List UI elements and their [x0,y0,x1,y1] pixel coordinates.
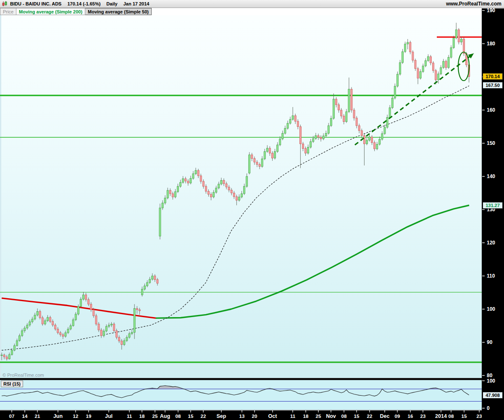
candle-down[interactable] [187,181,189,183]
candle-down[interactable] [374,142,375,149]
candle-down[interactable] [6,357,8,359]
candle-down[interactable] [236,197,237,200]
candle-down[interactable] [335,99,337,105]
candle-up[interactable] [34,315,36,319]
candle-down[interactable] [417,68,419,78]
candle-down[interactable] [60,333,61,335]
candle-down[interactable] [100,330,102,336]
candle-up[interactable] [325,133,327,136]
candle-up[interactable] [220,180,222,184]
candle-up[interactable] [215,188,217,192]
candle-up[interactable] [147,283,148,286]
candle-down[interactable] [39,312,41,318]
candle-down[interactable] [410,42,411,52]
candle-up[interactable] [174,192,176,197]
candle-down[interactable] [55,325,56,329]
candle-up[interactable] [11,350,13,354]
candle-up[interactable] [381,134,383,139]
candle-up[interactable] [292,116,294,119]
candle-up[interactable] [180,182,181,186]
candle-down[interactable] [353,110,355,118]
candle-up[interactable] [70,326,71,329]
candle-down[interactable] [93,310,94,316]
candle-up[interactable] [213,192,215,197]
candle-up[interactable] [453,38,454,48]
candle-up[interactable] [24,328,26,331]
candle-up[interactable] [65,333,66,336]
tab-price[interactable]: Price [0,8,16,15]
candle-down[interactable] [318,136,319,137]
candle-up[interactable] [103,331,105,336]
candle-down[interactable] [157,280,158,284]
candle-down[interactable] [98,324,100,330]
candle-down[interactable] [210,194,212,197]
candle-down[interactable] [205,186,207,192]
candle-down[interactable] [251,155,253,159]
candle-up[interactable] [279,139,281,145]
candle-up[interactable] [312,139,314,142]
candle-up[interactable] [72,320,74,326]
candle-up[interactable] [134,308,135,332]
candle-down[interactable] [57,329,59,333]
candle-up[interactable] [8,354,10,359]
candle-up[interactable] [389,108,391,117]
candle-up[interactable] [67,329,69,333]
candle-up[interactable] [266,148,268,152]
candle-down[interactable] [118,337,120,341]
candle-down[interactable] [85,295,87,299]
candle-up[interactable] [47,318,48,321]
candle-up[interactable] [420,71,421,78]
rsi-indicator-label[interactable]: RSI (15) [1,381,23,387]
candle-up[interactable] [149,279,151,283]
candle-down[interactable] [433,63,434,71]
candle-down[interactable] [62,335,64,336]
candle-down[interactable] [228,187,230,190]
candle-up[interactable] [348,89,350,112]
candle-up[interactable] [396,74,398,86]
candle-up[interactable] [391,98,393,108]
candle-up[interactable] [448,57,449,67]
candle-up[interactable] [284,128,286,133]
candle-up[interactable] [152,276,153,279]
candle-up[interactable] [105,326,107,331]
candle-up[interactable] [376,144,378,149]
candle-down[interactable] [95,316,97,324]
candle-up[interactable] [438,74,439,80]
candle-down[interactable] [52,321,54,325]
candle-down[interactable] [259,165,260,167]
candle-down[interactable] [172,194,173,197]
candle-up[interactable] [126,337,128,341]
candle-down[interactable] [412,52,414,60]
candle-up[interactable] [110,324,112,325]
candle-up[interactable] [407,42,409,44]
candle-up[interactable] [190,178,192,183]
candle-down[interactable] [294,116,296,121]
candle-down[interactable] [341,110,342,116]
candle-up[interactable] [443,61,444,68]
candle-down[interactable] [88,299,89,304]
candle-up[interactable] [83,295,84,299]
candle-up[interactable] [26,325,28,328]
candle-up[interactable] [366,140,368,144]
candle-up[interactable] [422,66,424,71]
candle-down[interactable] [435,71,437,80]
candle-down[interactable] [200,176,202,181]
candle-down[interactable] [185,179,186,181]
candle-up[interactable] [29,322,31,325]
candle-down[interactable] [356,118,357,126]
candle-up[interactable] [162,203,163,208]
candle-down[interactable] [90,304,92,310]
candle-up[interactable] [218,184,220,188]
candle-down[interactable] [338,105,340,110]
candle-down[interactable] [320,137,322,139]
candle-down[interactable] [154,276,156,280]
candle-up[interactable] [246,176,248,186]
candle-down[interactable] [297,121,299,127]
candle-up[interactable] [261,159,263,166]
candle-up[interactable] [77,307,79,314]
candle-up[interactable] [315,136,317,139]
candle-down[interactable] [226,184,227,187]
candle-down[interactable] [256,162,258,165]
candle-down[interactable] [207,192,209,194]
candle-up[interactable] [238,197,240,200]
